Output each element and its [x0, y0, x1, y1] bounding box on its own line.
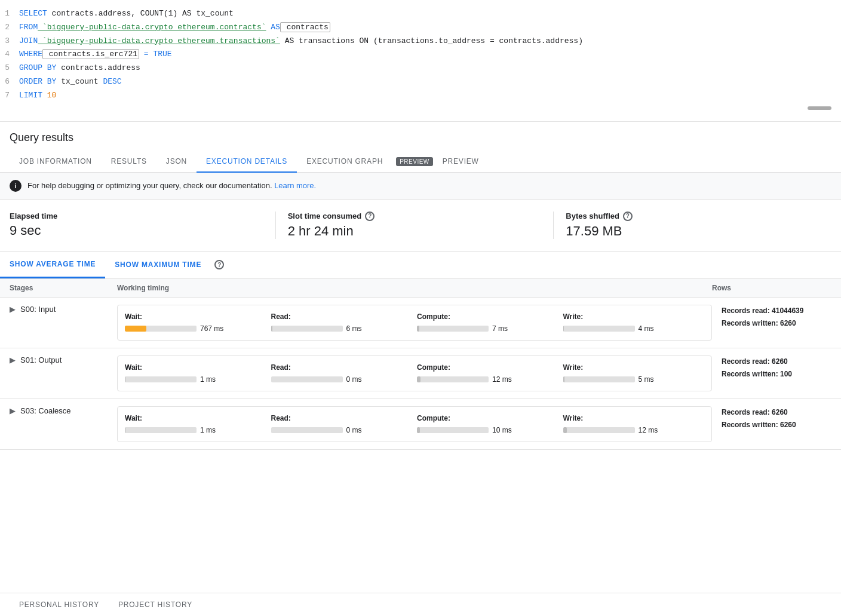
tab-json[interactable]: JSON	[156, 151, 197, 173]
timing-item: Wait:1 ms	[125, 363, 266, 384]
timing-item: Read:6 ms	[271, 312, 413, 333]
timing-bar-track	[125, 376, 197, 382]
timing-bar-fill	[417, 427, 420, 433]
timing-value: 10 ms	[492, 426, 512, 434]
timing-bar-fill	[563, 326, 564, 332]
line-number: 3	[0, 35, 19, 48]
metric-slot-time-consumed: Slot time consumed?2 hr 24 min	[275, 212, 554, 239]
timing-bar-fill	[417, 376, 420, 382]
timing-bar-fill	[563, 376, 564, 382]
timing-label: Write:	[563, 414, 705, 422]
row-stat: Records read: 41044639	[722, 305, 831, 318]
timing-item: Wait:1 ms	[125, 414, 266, 434]
timing-bar-track	[417, 376, 489, 382]
stages-table-header: Stages Working timing Rows	[0, 279, 841, 298]
stage-expand-icon[interactable]: ▶	[10, 305, 16, 314]
metric-value: 2 hr 24 min	[288, 223, 542, 239]
stages-col-header: Stages	[10, 284, 117, 292]
timing-item: Compute:10 ms	[417, 414, 558, 434]
timing-bar-fill	[271, 326, 272, 332]
tab-preview[interactable]: PREVIEW	[433, 151, 489, 173]
tab-execution-graph[interactable]: EXECUTION GRAPH	[297, 151, 392, 173]
code-line: 7LIMIT 10	[0, 89, 841, 103]
row-stat: Records written: 6260	[722, 419, 831, 432]
timing-value: 1 ms	[200, 375, 216, 384]
timing-bar-track	[563, 376, 635, 382]
line-number: 2	[0, 22, 19, 34]
timing-value: 1 ms	[200, 426, 216, 434]
timing-item: Read:0 ms	[271, 414, 413, 434]
row-stat: Records written: 6260	[722, 317, 831, 330]
timing-bar-track	[125, 427, 197, 433]
working-timing-col-header: Working timing	[117, 284, 712, 292]
timing-label: Compute:	[417, 363, 558, 372]
stage-name: S01: Output	[20, 355, 62, 364]
code-line: 3JOIN `bigquery-public-data.crypto_ether…	[0, 35, 841, 48]
timing-bar-fill	[125, 326, 146, 332]
metric-help-icon[interactable]: ?	[623, 212, 633, 221]
timing-item: Compute:12 ms	[417, 363, 558, 384]
rows-col-header: Rows	[712, 284, 831, 292]
timing-bar-track	[271, 376, 343, 382]
code-editor: 1SELECT contracts.address, COUNT(1) AS t…	[0, 0, 841, 122]
timing-bar-track	[417, 427, 489, 433]
timing-label: Wait:	[125, 312, 266, 321]
tab-execution-details[interactable]: EXECUTION DETAILS	[197, 151, 297, 173]
info-icon: i	[10, 180, 22, 192]
line-number: 4	[0, 48, 19, 61]
timing-bar-fill	[125, 427, 125, 433]
row-stat: Records written: 100	[722, 368, 831, 381]
query-results-title: Query results	[10, 131, 831, 151]
timing-label: Read:	[271, 363, 413, 372]
code-line: 6ORDER BY tx_count DESC	[0, 75, 841, 89]
metric-bytes-shuffled: Bytes shuffled?17.59 MB	[553, 212, 831, 239]
row-stat: Records read: 6260	[722, 355, 831, 369]
timing-value: 0 ms	[346, 375, 362, 384]
timing-bar-track	[271, 326, 343, 332]
stage-expand-icon[interactable]: ▶	[10, 406, 16, 415]
stage-expand-icon[interactable]: ▶	[10, 355, 16, 364]
timing-label: Write:	[563, 312, 705, 321]
row-stat: Records read: 6260	[722, 406, 831, 419]
table-row: ▶S03: CoalesceWait:1 msRead:0 msCompute:…	[0, 399, 841, 450]
timing-help-icon[interactable]: ?	[214, 260, 224, 269]
show-maximum-time-button[interactable]: SHOW MAXIMUM TIME	[105, 252, 211, 277]
toggle-row: SHOW AVERAGE TIME SHOW MAXIMUM TIME ?	[0, 252, 841, 279]
timing-bar-fill	[563, 427, 567, 433]
timing-label: Write:	[563, 363, 705, 372]
line-number: 5	[0, 62, 19, 75]
timing-value: 6 ms	[346, 324, 362, 333]
show-average-time-button[interactable]: SHOW AVERAGE TIME	[0, 252, 105, 278]
tab-job-information[interactable]: JOB INFORMATION	[10, 151, 102, 173]
timing-item: Write:5 ms	[563, 363, 705, 384]
metric-label-text: Slot time consumed	[288, 212, 362, 220]
code-line: 4WHERE contracts.is_erc721 = TRUE	[0, 48, 841, 62]
timing-bar-fill	[417, 326, 419, 332]
table-row: ▶S00: InputWait:767 msRead:6 msCompute:7…	[0, 298, 841, 348]
timing-bar-track	[563, 326, 635, 332]
line-number: 1	[0, 8, 19, 20]
timing-item: Write:4 ms	[563, 312, 705, 333]
timing-label: Wait:	[125, 363, 266, 372]
timing-bar-track	[563, 427, 635, 433]
tab-results[interactable]: RESULTS	[102, 151, 156, 173]
learn-more-link[interactable]: Learn more.	[274, 181, 316, 190]
metric-value: 17.59 MB	[566, 223, 819, 239]
timing-bar-track	[417, 326, 489, 332]
timing-label: Read:	[271, 414, 413, 422]
timing-value: 7 ms	[492, 324, 508, 333]
timing-item: Wait:767 ms	[125, 312, 266, 333]
timing-label: Read:	[271, 312, 413, 321]
scroll-bar[interactable]	[808, 106, 831, 110]
metric-help-icon[interactable]: ?	[365, 212, 375, 221]
preview-badge: PREVIEW	[396, 157, 433, 166]
timing-label: Wait:	[125, 414, 266, 422]
info-banner: i For help debugging or optimizing your …	[0, 173, 841, 200]
timing-value: 12 ms	[492, 375, 512, 384]
code-line: 5GROUP BY contracts.address	[0, 62, 841, 75]
code-line: 1SELECT contracts.address, COUNT(1) AS t…	[0, 7, 841, 21]
tabs-bar: JOB INFORMATIONRESULTSJSONEXECUTION DETA…	[0, 151, 841, 173]
query-results-section: Query results	[0, 122, 841, 151]
stages-container: ▶S00: InputWait:767 msRead:6 msCompute:7…	[0, 298, 841, 450]
scroll-indicator	[0, 103, 841, 114]
